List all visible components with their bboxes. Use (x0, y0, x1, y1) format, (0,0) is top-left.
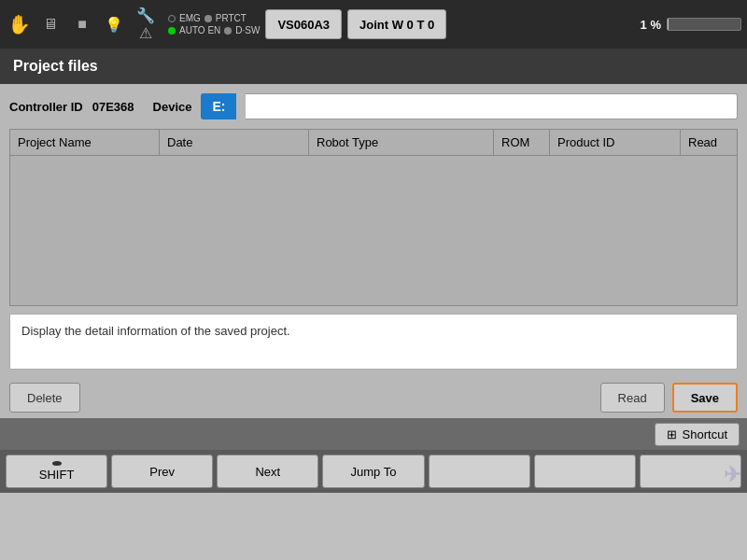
col-rom: ROM (494, 130, 550, 155)
table-header: Project Name Date Robot Type ROM Product… (10, 130, 737, 156)
shortcut-button[interactable]: ⊞ Shortcut (655, 423, 740, 446)
d-sw-label: D·SW (235, 25, 260, 35)
col-read: Read (681, 130, 737, 155)
shortcut-label: Shortcut (683, 427, 727, 441)
device-path-input[interactable] (246, 93, 738, 119)
next-button[interactable]: Next (217, 455, 318, 488)
page-title-bar: Project files (0, 49, 747, 84)
table-body (10, 156, 737, 305)
action-row: Delete Read Save (9, 377, 738, 418)
emg-dot (168, 15, 176, 22)
main-content: Controller ID 07E368 Device E: Project N… (0, 84, 747, 418)
info-text: Display the detail information of the sa… (21, 324, 290, 338)
fn6-button[interactable] (534, 455, 636, 488)
joint-btn[interactable]: Joint W 0 T 0 (347, 9, 446, 39)
shortcut-icon: ⊞ (667, 427, 677, 441)
shortcut-bar: ⊞ Shortcut (0, 418, 747, 450)
fn5-button[interactable] (429, 455, 530, 488)
progress-bar (667, 18, 741, 31)
delete-button[interactable]: Delete (9, 383, 80, 413)
stop-icon: ■ (69, 16, 95, 33)
top-bar: ✋ 🖥 ■ 💡 🔧⚠ EMG PRTCT AUTO EN D·SW VS060A… (0, 0, 747, 49)
col-project-name: Project Name (10, 130, 160, 155)
prtct-label: PRTCT (216, 13, 247, 23)
robot-btn[interactable]: VS060A3 (265, 9, 342, 39)
shift-label: SHIFT (39, 468, 75, 482)
auto-en-label: AUTO EN (179, 25, 220, 35)
jump-to-button[interactable]: Jump To (322, 455, 424, 488)
col-product-id: Product ID (550, 130, 681, 155)
man-icon: ✋ (6, 13, 32, 35)
controller-row: Controller ID 07E368 Device E: (9, 93, 738, 119)
status-indicators: EMG PRTCT AUTO EN D·SW (168, 13, 260, 35)
page-title: Project files (13, 58, 98, 75)
progress-area: 1 % (633, 18, 741, 32)
info-box: Display the detail information of the sa… (9, 314, 738, 370)
save-button[interactable]: Save (672, 383, 738, 413)
progress-label: 1 % (633, 18, 661, 32)
shift-dot (52, 461, 62, 466)
emg-label: EMG (179, 13, 201, 23)
device-label: Device (153, 100, 192, 114)
prev-button[interactable]: Prev (111, 455, 213, 488)
auto-en-dot (168, 27, 176, 35)
controller-id-value: 07E368 (92, 100, 134, 114)
progress-fill (668, 19, 669, 30)
read-button[interactable]: Read (600, 383, 665, 413)
fn7-button[interactable]: ✈ (640, 455, 741, 488)
col-robot-type: Robot Type (309, 130, 494, 155)
col-date: Date (160, 130, 309, 155)
bottom-bar: SHIFT Prev Next Jump To ✈ (0, 450, 747, 493)
tool-icon: 🔧⚠ (133, 7, 159, 42)
shift-button[interactable]: SHIFT (6, 455, 107, 488)
project-table: Project Name Date Robot Type ROM Product… (9, 129, 738, 306)
tp-icon: 🖥 (37, 16, 63, 33)
prtct-dot (204, 15, 212, 22)
device-e-button[interactable]: E: (201, 93, 236, 119)
bulb-icon: 💡 (101, 16, 127, 34)
d-sw-dot (224, 27, 232, 35)
controller-id-label: Controller ID (9, 100, 83, 114)
